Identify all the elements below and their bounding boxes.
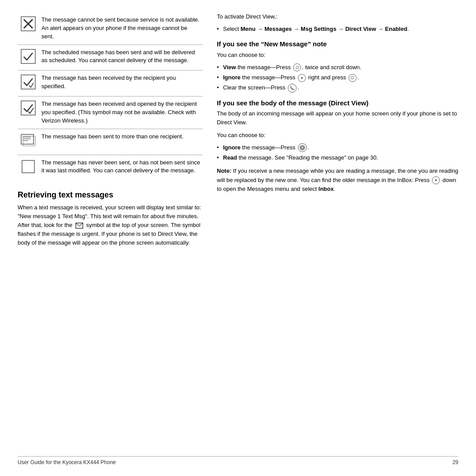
nav-button-down (432, 176, 440, 184)
new-message-intro: You can choose to: (217, 51, 458, 60)
svg-rect-4 (21, 75, 35, 89)
icon-description-checkopened: The message has been received and opened… (39, 97, 203, 129)
multi-message-icon (20, 133, 36, 149)
table-row: The message cannot be sent because servi… (18, 12, 203, 45)
check-opened-icon (20, 100, 36, 116)
body-choose: You can choose to: (217, 131, 458, 140)
list-item-ignore: Ignore the message—Press right and press… (217, 73, 458, 82)
footer: User Guide for the Kyocera KX444 Phone 2… (18, 456, 458, 465)
list-item-read: Read the message. See "Reading the messa… (217, 153, 458, 162)
activate-list: Select Menu → Messages → Msg Settings → … (217, 25, 458, 33)
list-item-clear: Clear the screen—Press . (217, 83, 458, 93)
settings-icon (300, 145, 305, 150)
svg-rect-11 (22, 160, 34, 173)
envelope-inline-icon (75, 223, 83, 229)
body-heading: If you see the body of the message (Dire… (217, 99, 458, 108)
footer-page-number: 29 (453, 459, 458, 465)
icon-description-x: The message cannot be sent because servi… (39, 12, 203, 45)
gear-button-icon (298, 143, 307, 152)
left-column: The message cannot be sent because servi… (18, 12, 203, 452)
icon-description-multi: The message has been sent to more than o… (39, 129, 203, 155)
phone-icon (290, 86, 295, 90)
table-row: The scheduled message has been sent and … (18, 45, 203, 71)
icon-description-checkreceived: The message has been received by the rec… (39, 71, 203, 97)
icon-cell-checkopened (18, 97, 39, 129)
icon-cell-x (18, 12, 39, 45)
phone-button-icon (288, 84, 297, 93)
icon-status-table: The message cannot be sent because servi… (18, 12, 203, 180)
check-scheduled-icon (20, 48, 36, 64)
x-mark-icon (20, 16, 36, 32)
icon-cell-empty (18, 155, 39, 180)
retrieving-body: When a text message is received, your sc… (18, 203, 203, 248)
table-row: The message has been received by the rec… (18, 71, 203, 97)
body-bullets-list: Ignore the message—Press . Read the mess… (217, 143, 458, 163)
check-received-icon (20, 74, 36, 90)
note-text: Note: If you receive a new message while… (217, 167, 458, 193)
activate-intro: To activate Direct View,: (217, 12, 458, 21)
empty-box-icon (20, 159, 36, 175)
icon-description-empty: The message has never been sent, or has … (39, 155, 203, 180)
icon-cell-multi (18, 129, 39, 155)
list-item-ignore-body: Ignore the message—Press . (217, 143, 458, 152)
new-message-heading: If you see the “New Message” note (217, 40, 458, 48)
nav-button-icon (293, 63, 301, 71)
down-to-text: down to (217, 177, 456, 192)
svg-point-14 (300, 145, 305, 150)
activate-bullet: Select Menu → Messages → Msg Settings → … (217, 25, 458, 33)
body-intro: The body of an incoming message will app… (217, 109, 458, 127)
svg-point-13 (301, 147, 303, 149)
new-message-list: View the message—Press . twice and scrol… (217, 63, 458, 93)
right-column: To activate Direct View,: Select Menu → … (217, 12, 458, 452)
footer-left-text: User Guide for the Kyocera KX444 Phone (18, 459, 116, 465)
icon-cell-checkreceived (18, 71, 39, 97)
nav-button-icon-3 (349, 74, 357, 82)
table-row: The message has been received and opened… (18, 97, 203, 129)
table-row: The message has never been sent, or has … (18, 155, 203, 180)
list-item-view: View the message—Press . twice and scrol… (217, 63, 458, 72)
page: The message cannot be sent because servi… (0, 0, 476, 476)
nav-button-icon-2 (298, 74, 306, 82)
retrieving-heading: Retrieving text messages (18, 190, 203, 200)
table-row: The message has been sent to more than o… (18, 129, 203, 155)
icon-description-checkscheduled: The scheduled message has been sent and … (39, 45, 203, 71)
svg-rect-3 (21, 49, 35, 63)
icon-cell-checkscheduled (18, 45, 39, 71)
